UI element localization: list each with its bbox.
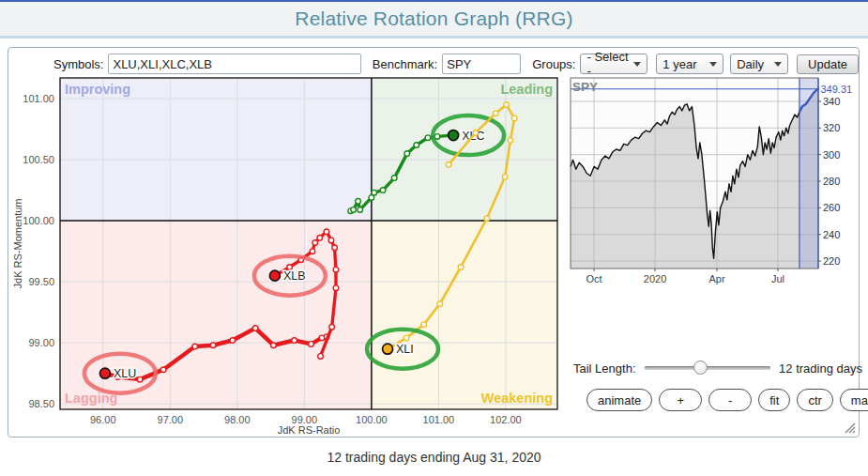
chevron-down-icon — [774, 62, 782, 67]
svg-text:240: 240 — [823, 229, 840, 240]
chevron-down-icon — [633, 62, 641, 67]
svg-text:102.00: 102.00 — [490, 414, 522, 425]
symbols-label: Symbols: — [53, 57, 103, 71]
tail-length-value: 12 trading days — [779, 361, 862, 376]
svg-text:98.00: 98.00 — [224, 414, 251, 425]
tail-length-control: Tail Length: 12 trading days — [573, 361, 862, 376]
fit-button[interactable]: fit — [758, 389, 790, 411]
svg-text:100.00: 100.00 — [23, 215, 54, 226]
marker-XLI[interactable] — [383, 344, 393, 354]
rrg-app: Relative Rotation Graph (RRG) Symbols: B… — [0, 0, 868, 476]
svg-text:101.00: 101.00 — [23, 93, 54, 104]
last-price-label: 349.31 — [821, 84, 853, 95]
update-button[interactable]: Update — [797, 54, 859, 74]
slider-thumb[interactable] — [693, 361, 708, 375]
symbols-input[interactable] — [108, 54, 360, 74]
quadrant-label-leading: Leading — [500, 82, 553, 97]
quadrant-label-weakening: Weakening — [481, 391, 553, 406]
marker-XLB[interactable] — [269, 270, 280, 281]
quadrant-weakening — [372, 221, 557, 409]
page-title: Relative Rotation Graph (RRG) — [0, 2, 868, 36]
quadrant-improving — [60, 78, 372, 221]
svg-text:220: 220 — [823, 255, 840, 267]
svg-text:340: 340 — [823, 96, 840, 107]
svg-text:100.00: 100.00 — [356, 414, 388, 425]
marker-XLC[interactable] — [449, 131, 459, 141]
chevron-down-icon — [709, 62, 717, 67]
rrg-chart[interactable]: ImprovingLeadingLaggingWeakening96.0097.… — [10, 72, 573, 435]
svg-text:Apr: Apr — [708, 273, 724, 284]
footer-caption: 12 trading days ending Aug 31, 2020 — [0, 450, 868, 465]
benchmark-input[interactable] — [442, 54, 521, 74]
zoom-out-button[interactable]: - — [708, 389, 752, 411]
svg-text:98.50: 98.50 — [28, 398, 54, 409]
frequency-select-value: Daily — [737, 57, 764, 71]
svg-text:96.00: 96.00 — [90, 414, 116, 425]
zoom-in-button[interactable]: + — [659, 389, 702, 411]
benchmark-label: Benchmark: — [373, 57, 437, 71]
groups-select[interactable]: - Select - — [580, 54, 647, 74]
svg-text:260: 260 — [823, 202, 840, 213]
resize-handle-icon[interactable] — [842, 420, 856, 434]
frequency-select[interactable]: Daily — [730, 54, 788, 74]
max-button[interactable]: max — [840, 389, 868, 411]
svg-text:Jul: Jul — [771, 273, 784, 284]
period-select-value: 1 year — [662, 57, 696, 71]
quadrant-leading — [372, 78, 557, 221]
tail-length-slider[interactable] — [645, 361, 771, 376]
svg-text:101.00: 101.00 — [423, 414, 455, 425]
svg-text:100.50: 100.50 — [23, 154, 54, 165]
spy-benchmark-chart: 220240260280300320340Oct2020AprJulSPY349… — [564, 72, 860, 288]
quadrant-label-improving: Improving — [65, 82, 130, 97]
period-select[interactable]: 1 year — [656, 54, 723, 74]
title-bar: Relative Rotation Graph (RRG) — [0, 0, 868, 38]
main-panel: Symbols: Benchmark: Groups: - Select - 1… — [8, 47, 860, 438]
marker-label-XLB: XLB — [283, 269, 306, 283]
svg-text:Oct: Oct — [586, 273, 602, 284]
svg-text:97.00: 97.00 — [158, 414, 184, 425]
svg-text:99.50: 99.50 — [28, 276, 54, 287]
chart-controls: animate + - fit ctr max — [586, 389, 868, 411]
svg-text:280: 280 — [823, 176, 840, 187]
svg-text:320: 320 — [823, 122, 840, 133]
svg-text:2020: 2020 — [644, 273, 666, 284]
benchmark-chart-title: SPY — [572, 80, 598, 94]
groups-label: Groups: — [532, 57, 575, 71]
marker-label-XLU: XLU — [114, 367, 136, 380]
marker-XLU[interactable] — [99, 368, 110, 378]
y-axis-title: JdK RS-Momentum — [12, 199, 23, 289]
center-button[interactable]: ctr — [797, 389, 832, 411]
svg-text:99.00: 99.00 — [28, 337, 54, 348]
tail-length-label: Tail Length: — [573, 361, 636, 376]
animate-button[interactable]: animate — [586, 389, 652, 411]
quadrant-lagging — [60, 221, 372, 409]
marker-label-XLI: XLI — [396, 343, 414, 356]
svg-text:300: 300 — [823, 149, 840, 161]
x-axis-title: JdK RS-Ratio — [278, 424, 341, 435]
